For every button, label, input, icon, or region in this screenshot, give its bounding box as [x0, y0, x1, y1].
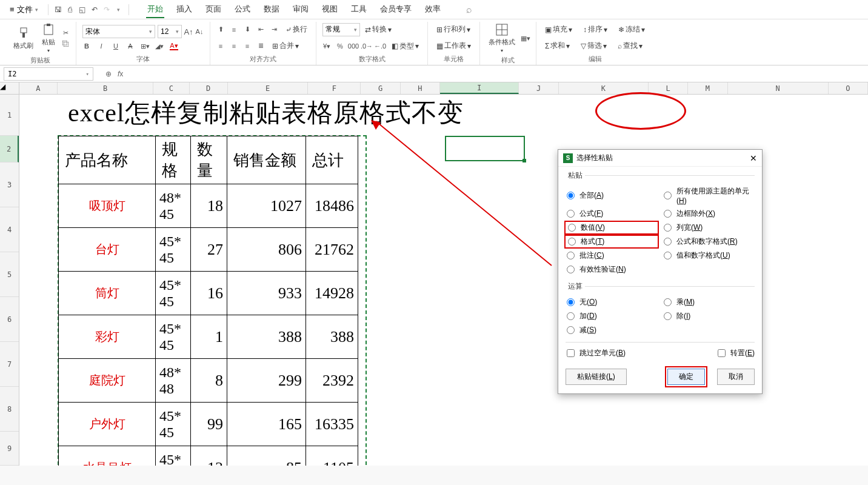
calc-option[interactable]: 乘(M): [663, 296, 755, 308]
paste-option[interactable]: 值和数字格式(U): [663, 250, 755, 261]
tab-公式[interactable]: 公式: [233, 1, 252, 18]
dec-inc-icon[interactable]: .0→: [362, 42, 371, 50]
col-header-M[interactable]: M: [688, 82, 727, 94]
find-button[interactable]: ⌕查找▾: [615, 39, 645, 52]
justify-icon[interactable]: ≣: [256, 42, 265, 50]
freeze-button[interactable]: ❄冻结▾: [616, 23, 647, 36]
col-header-J[interactable]: J: [519, 82, 558, 94]
redo-icon[interactable]: ↷: [102, 5, 112, 15]
underline-icon[interactable]: U: [112, 42, 120, 50]
search-icon[interactable]: ⌕: [462, 3, 476, 16]
tab-效率[interactable]: 效率: [424, 1, 442, 18]
format-table-icon[interactable]: ▦▾: [521, 34, 530, 42]
indent-dec-icon[interactable]: ⇤: [256, 25, 265, 34]
col-header-A[interactable]: A: [19, 82, 58, 94]
zoom-icon[interactable]: ⊕: [105, 70, 112, 78]
tab-数据[interactable]: 数据: [262, 1, 281, 18]
active-cell[interactable]: [445, 136, 525, 161]
ok-button[interactable]: 确定: [667, 369, 705, 385]
paste-option[interactable]: 格式(T): [564, 235, 659, 249]
font-name-select[interactable]: 宋体▾: [82, 25, 155, 38]
convert-button[interactable]: ⇄转换▾: [362, 23, 394, 36]
sum-button[interactable]: Σ求和▾: [542, 39, 572, 52]
tab-开始[interactable]: 开始: [146, 1, 164, 18]
tab-工具[interactable]: 工具: [350, 1, 368, 18]
row-header-4[interactable]: 4: [0, 207, 19, 252]
align-center-icon[interactable]: ≡: [230, 42, 238, 50]
row-header-2[interactable]: 2: [0, 136, 19, 162]
file-menu[interactable]: ≡ 文件 ▾: [5, 3, 43, 16]
dialog-titlebar[interactable]: S 选择性粘贴 ✕: [558, 150, 762, 167]
tab-页面[interactable]: 页面: [204, 1, 222, 18]
transpose-checkbox[interactable]: 转置(E): [716, 347, 755, 359]
align-middle-icon[interactable]: ≡: [230, 25, 238, 34]
strikethrough-icon[interactable]: A: [126, 42, 135, 50]
font-size-select[interactable]: 12▾: [158, 25, 182, 38]
col-header-G[interactable]: G: [361, 82, 400, 94]
calc-option[interactable]: [663, 324, 755, 336]
col-header-L[interactable]: L: [649, 82, 688, 94]
paste-option[interactable]: 边框除外(X): [663, 208, 755, 219]
number-format-select[interactable]: 常规▾: [322, 23, 360, 36]
align-right-icon[interactable]: ≡: [243, 42, 252, 50]
name-box[interactable]: I2▾: [4, 67, 93, 81]
border-icon[interactable]: ⊞▾: [141, 42, 149, 50]
paste-option[interactable]: 有效性验证(N): [566, 264, 658, 275]
merge-button[interactable]: ⊞合并▾: [270, 39, 301, 52]
tab-会员专享[interactable]: 会员专享: [379, 1, 413, 18]
font-color-icon[interactable]: A▾: [170, 42, 178, 50]
paste-option[interactable]: 数值(V): [564, 221, 659, 235]
paste-option[interactable]: 列宽(W): [663, 222, 755, 233]
copy-icon[interactable]: ⿻: [61, 39, 70, 48]
row-header-3[interactable]: 3: [0, 162, 19, 207]
close-icon[interactable]: ✕: [750, 153, 757, 163]
paste-button[interactable]: 粘贴▾: [39, 22, 58, 55]
col-header-I[interactable]: I: [440, 82, 519, 94]
rowcol-button[interactable]: ⊞行和列▾: [434, 23, 473, 36]
print-icon[interactable]: ⎙: [65, 5, 75, 15]
paste-option[interactable]: 公式(F): [566, 208, 658, 219]
cut-icon[interactable]: ✂: [61, 28, 70, 37]
col-header-F[interactable]: F: [308, 82, 361, 94]
currency-icon[interactable]: ¥▾: [322, 42, 331, 50]
col-header-N[interactable]: N: [728, 82, 829, 94]
calc-option[interactable]: 除(I): [663, 310, 755, 322]
percent-icon[interactable]: %: [336, 42, 344, 50]
filter-button[interactable]: ▽筛选▾: [578, 39, 609, 52]
col-header-O[interactable]: O: [829, 82, 868, 94]
paste-option[interactable]: 公式和数字格式(R): [663, 236, 755, 247]
type-button[interactable]: ◧类型▾: [389, 40, 421, 53]
col-header-B[interactable]: B: [58, 82, 153, 94]
undo-icon[interactable]: ↶: [90, 5, 99, 15]
paste-link-button[interactable]: 粘贴链接(L): [566, 369, 627, 385]
decrease-font-icon[interactable]: A↓: [195, 27, 204, 36]
align-top-icon[interactable]: ⬆: [216, 25, 225, 34]
calc-option[interactable]: 减(S): [566, 324, 658, 336]
paste-option[interactable]: [663, 264, 755, 275]
fill-color-icon[interactable]: ◢▾: [155, 42, 164, 50]
comma-icon[interactable]: 000: [349, 42, 358, 50]
row-header-1[interactable]: 1: [0, 95, 19, 136]
row-header-6[interactable]: 6: [0, 297, 19, 342]
align-left-icon[interactable]: ≡: [216, 42, 225, 50]
paste-option[interactable]: 批注(C): [566, 250, 658, 261]
calc-option[interactable]: 无(O): [566, 296, 658, 308]
format-painter-button[interactable]: 格式刷: [11, 25, 36, 52]
select-all-corner[interactable]: ◢: [0, 82, 19, 94]
row-header-8[interactable]: 8: [0, 387, 19, 432]
row-header-5[interactable]: 5: [0, 252, 19, 297]
col-header-C[interactable]: C: [153, 82, 189, 94]
calc-option[interactable]: 加(D): [566, 310, 658, 322]
bold-icon[interactable]: B: [82, 42, 91, 50]
indent-inc-icon[interactable]: ⇥: [270, 25, 278, 34]
paste-option[interactable]: 所有使用源主题的单元(H): [663, 186, 755, 206]
align-bottom-icon[interactable]: ⬇: [243, 25, 252, 34]
chevron-down-icon[interactable]: ▾: [114, 5, 124, 15]
paste-option[interactable]: 全部(A): [566, 186, 658, 206]
italic-icon[interactable]: I: [97, 42, 105, 50]
tab-审阅[interactable]: 审阅: [292, 1, 310, 18]
preview-icon[interactable]: ◱: [78, 5, 87, 15]
col-header-H[interactable]: H: [401, 82, 440, 94]
col-header-K[interactable]: K: [559, 82, 649, 94]
cond-format-button[interactable]: 条件格式▾: [486, 22, 518, 55]
